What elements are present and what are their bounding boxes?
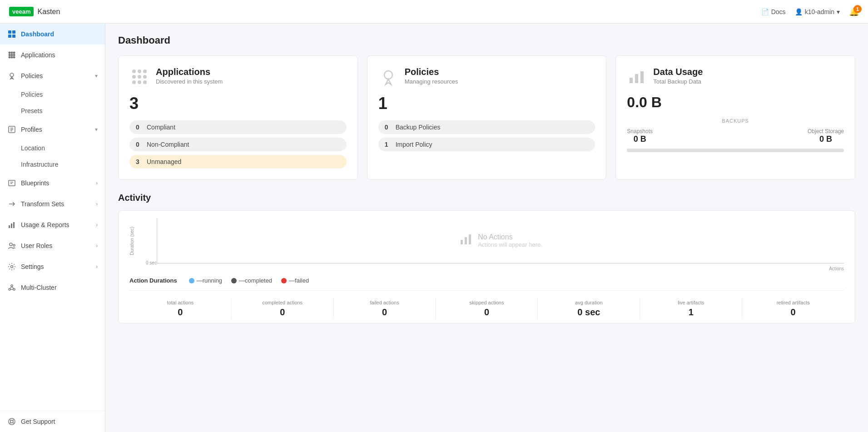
sidebar-item-infrastructure[interactable]: Infrastructure	[0, 156, 105, 173]
sidebar-user-roles-label: User Roles	[21, 242, 91, 249]
zero-label: 0 sec	[146, 260, 157, 265]
y-axis-label: Duration (sec)	[129, 218, 134, 263]
book-icon: 📄	[761, 8, 769, 15]
profiles-icon	[7, 125, 16, 134]
legend-title: Action Durations	[129, 277, 177, 284]
backups-label: BACKUPS	[627, 118, 844, 124]
user-menu[interactable]: 👤 k10-admin ▾	[795, 8, 840, 15]
stat-live-artifacts: live artifacts 1	[640, 298, 742, 319]
policies-card: Policies Managing resources 1 0 Backup P…	[367, 55, 607, 180]
compliant-num: 0	[136, 124, 143, 131]
logo[interactable]: veeam Kasten	[9, 7, 60, 16]
non-compliant-label: Non-Compliant	[147, 141, 189, 148]
sidebar-settings-label: Settings	[21, 263, 91, 270]
import-policy-label: Import Policy	[396, 141, 432, 148]
skipped-actions-value: 0	[440, 307, 534, 318]
live-artifacts-value: 1	[644, 307, 738, 318]
total-actions-label: total actions	[133, 300, 228, 305]
svg-point-41	[138, 75, 141, 79]
docs-button[interactable]: 📄 Docs	[761, 8, 786, 15]
sidebar-item-location[interactable]: Location	[0, 140, 105, 156]
sidebar-item-policies[interactable]: Policies ▾	[0, 65, 105, 86]
chevron-right-icon: ›	[96, 243, 98, 249]
sidebar-item-presets[interactable]: Presets	[0, 103, 105, 119]
card-header: Data Usage Total Backup Data	[627, 67, 844, 87]
sidebar-item-usage-reports[interactable]: Usage & Reports ›	[0, 214, 105, 235]
card-header: Applications Discovered in this system	[129, 67, 347, 87]
notifications-button[interactable]: 🔔 1	[849, 7, 859, 17]
chevron-right-icon: ›	[96, 180, 98, 186]
running-dot	[189, 278, 194, 283]
no-data-icon	[459, 232, 473, 249]
compliant-label: Compliant	[147, 124, 175, 131]
svg-rect-2	[8, 35, 11, 38]
sidebar-item-blueprints[interactable]: Blueprints ›	[0, 173, 105, 194]
svg-point-31	[9, 418, 15, 425]
svg-point-5	[11, 52, 13, 54]
svg-rect-18	[9, 180, 15, 186]
legend-running: — running	[189, 277, 222, 284]
docs-label: Docs	[771, 8, 786, 15]
header: veeam Kasten 📄 Docs 👤 k10-admin ▾ 🔔 1	[0, 0, 868, 24]
svg-point-24	[11, 266, 13, 268]
svg-point-32	[10, 420, 13, 423]
backup-policies-badge: 0 Backup Policies	[378, 120, 595, 134]
username-label: k10-admin	[805, 8, 834, 15]
bar-chart-icon	[7, 220, 16, 229]
blueprints-icon	[7, 179, 16, 188]
backup-progress-bar	[627, 149, 844, 152]
failed-dot	[281, 278, 287, 283]
skipped-actions-label: skipped actions	[440, 300, 534, 305]
chevron-right-icon: ›	[96, 222, 98, 228]
svg-rect-50	[461, 240, 463, 244]
chevron-right-icon: ›	[96, 201, 98, 207]
applications-card: Applications Discovered in this system 3…	[118, 55, 358, 180]
chevron-down-icon: ▾	[837, 8, 840, 15]
card-title-block: Policies Managing resources	[405, 67, 458, 85]
page-title: Dashboard	[118, 35, 855, 46]
sidebar-item-applications[interactable]: Applications	[0, 45, 105, 65]
live-artifacts-label: live artifacts	[644, 300, 738, 305]
svg-point-11	[11, 56, 13, 59]
svg-rect-47	[630, 78, 633, 83]
sidebar-item-user-roles[interactable]: User Roles ›	[0, 235, 105, 256]
sidebar-item-dashboard[interactable]: Dashboard	[0, 24, 105, 45]
user-icon: 👤	[795, 8, 803, 15]
activity-card: No Actions Actions will appear here. Act…	[118, 210, 855, 323]
applications-card-title: Applications	[156, 67, 223, 77]
sidebar: Dashboard Applications Policies ▾ Polici…	[0, 24, 105, 432]
sidebar-item-profiles[interactable]: Profiles ▾	[0, 119, 105, 140]
svg-point-26	[9, 288, 10, 290]
sidebar-presets-label: Presets	[21, 107, 42, 114]
sidebar-location-label: Location	[21, 144, 45, 152]
non-compliant-badge: 0 Non-Compliant	[129, 138, 347, 151]
avg-duration-value: 0 sec	[541, 307, 636, 318]
activity-chart: No Actions Actions will appear here. Act…	[157, 218, 844, 263]
policy-icon	[7, 71, 16, 80]
sidebar-transform-label: Transform Sets	[21, 200, 91, 208]
sidebar-item-multi-cluster[interactable]: Multi-Cluster	[0, 277, 105, 298]
svg-rect-52	[469, 234, 471, 244]
sidebar-item-transform-sets[interactable]: Transform Sets ›	[0, 194, 105, 214]
svg-rect-1	[12, 30, 15, 34]
unmanaged-badge: 3 Unmanaged	[129, 155, 347, 169]
snapshots-item: Snapshots 0 B	[627, 128, 653, 144]
sidebar-item-get-support[interactable]: Get Support	[0, 411, 105, 432]
sidebar-blueprints-label: Blueprints	[21, 179, 91, 187]
import-policy-badge: 1 Import Policy	[378, 138, 595, 151]
svg-point-27	[13, 288, 15, 290]
no-actions-title: No Actions	[478, 233, 542, 241]
cards-row: Applications Discovered in this system 3…	[118, 55, 855, 180]
svg-line-36	[10, 422, 11, 423]
svg-point-8	[11, 54, 13, 56]
unmanaged-num: 3	[136, 158, 143, 165]
sidebar-item-settings[interactable]: Settings ›	[0, 256, 105, 277]
settings-icon	[7, 262, 16, 271]
retired-artifacts-value: 0	[746, 307, 840, 318]
chevron-down-icon: ▾	[95, 126, 98, 133]
svg-point-43	[132, 80, 136, 84]
applications-card-subtitle: Discovered in this system	[156, 78, 223, 85]
svg-line-28	[10, 287, 12, 288]
sidebar-item-policies-sub[interactable]: Policies	[0, 86, 105, 103]
failed-actions-value: 0	[337, 307, 432, 318]
